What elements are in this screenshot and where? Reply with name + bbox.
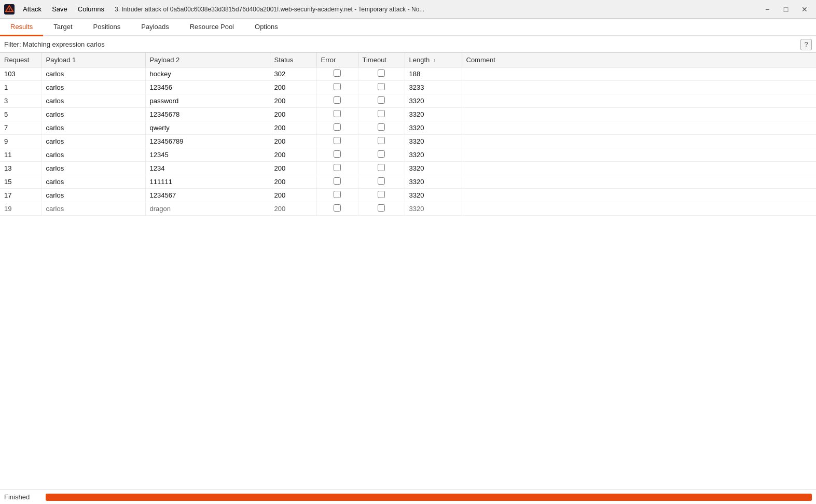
tab-results[interactable]: Results [0, 19, 43, 36]
table-row[interactable]: 15carlos1111112003320 [0, 175, 816, 189]
cell-request: 9 [0, 135, 42, 148]
cell-error[interactable] [316, 81, 358, 94]
cell-error[interactable] [316, 162, 358, 175]
filter-text: Filter: Matching expression carlos [4, 40, 800, 48]
cell-timeout[interactable] [358, 67, 405, 81]
cell-payload1: carlos [42, 81, 145, 94]
cell-payload2: 111111 [145, 175, 270, 189]
cell-timeout[interactable] [358, 135, 405, 148]
col-header-request[interactable]: Request [0, 53, 42, 67]
table-row[interactable]: 7carlosqwerty2003320 [0, 121, 816, 135]
cell-payload2: 123456 [145, 81, 270, 94]
table-row[interactable]: 3carlospassword2003320 [0, 94, 816, 108]
table-row[interactable]: 9carlos1234567892003320 [0, 135, 816, 148]
cell-status: 200 [270, 81, 316, 94]
menu-items: Attack Save Columns [19, 4, 108, 15]
cell-error[interactable] [316, 94, 358, 108]
cell-timeout[interactable] [358, 148, 405, 162]
tab-resource-pool[interactable]: Resource Pool [179, 19, 244, 36]
cell-payload1: carlos [42, 94, 145, 108]
close-button[interactable]: ✕ [797, 3, 812, 16]
cell-error[interactable] [316, 108, 358, 121]
table-row[interactable]: 17carlos12345672003320 [0, 189, 816, 202]
cell-payload1: carlos [42, 108, 145, 121]
restore-button[interactable]: □ [779, 3, 793, 16]
col-header-comment[interactable]: Comment [462, 53, 816, 67]
cell-comment [462, 175, 816, 189]
cell-comment [462, 81, 816, 94]
cell-payload2: 1234567 [145, 189, 270, 202]
cell-status: 200 [270, 189, 316, 202]
cell-length: 3320 [405, 108, 462, 121]
table-row[interactable]: 13carlos12342003320 [0, 162, 816, 175]
col-header-timeout[interactable]: Timeout [358, 53, 405, 67]
table-header: Request Payload 1 Payload 2 Status Error… [0, 53, 816, 67]
cell-length: 3320 [405, 162, 462, 175]
col-header-payload2[interactable]: Payload 2 [145, 53, 270, 67]
col-header-status[interactable]: Status [270, 53, 316, 67]
table-row[interactable]: 19carlosdragon2003320 [0, 202, 816, 216]
cell-timeout[interactable] [358, 81, 405, 94]
cell-timeout[interactable] [358, 175, 405, 189]
cell-payload2: password [145, 94, 270, 108]
cell-status: 200 [270, 148, 316, 162]
cell-timeout[interactable] [358, 108, 405, 121]
cell-error[interactable] [316, 67, 358, 81]
menu-attack[interactable]: Attack [19, 4, 46, 15]
cell-length: 3320 [405, 135, 462, 148]
cell-request: 13 [0, 162, 42, 175]
cell-length: 3320 [405, 121, 462, 135]
tab-options[interactable]: Options [244, 19, 288, 36]
cell-error[interactable] [316, 202, 358, 216]
cell-error[interactable] [316, 121, 358, 135]
cell-request: 19 [0, 202, 42, 216]
cell-timeout[interactable] [358, 121, 405, 135]
cell-error[interactable] [316, 175, 358, 189]
cell-comment [462, 67, 816, 81]
minimize-button[interactable]: − [760, 3, 774, 16]
cell-timeout[interactable] [358, 162, 405, 175]
menu-save[interactable]: Save [48, 4, 72, 15]
cell-request: 15 [0, 175, 42, 189]
cell-timeout[interactable] [358, 94, 405, 108]
tab-payloads[interactable]: Payloads [131, 19, 179, 36]
cell-error[interactable] [316, 135, 358, 148]
tab-target[interactable]: Target [43, 19, 82, 36]
table-row[interactable]: 103carloshockey302188 [0, 67, 816, 81]
cell-error[interactable] [316, 148, 358, 162]
table-row[interactable]: 11carlos123452003320 [0, 148, 816, 162]
app-icon [4, 4, 15, 15]
cell-length: 3233 [405, 81, 462, 94]
title-bar: Attack Save Columns 3. Intruder attack o… [0, 0, 816, 19]
cell-payload2: qwerty [145, 121, 270, 135]
cell-request: 5 [0, 108, 42, 121]
tab-positions[interactable]: Positions [83, 19, 131, 36]
cell-status: 302 [270, 67, 316, 81]
cell-comment [462, 189, 816, 202]
results-table[interactable]: Request Payload 1 Payload 2 Status Error… [0, 53, 816, 489]
cell-timeout[interactable] [358, 202, 405, 216]
cell-request: 103 [0, 67, 42, 81]
cell-error[interactable] [316, 189, 358, 202]
col-header-payload1[interactable]: Payload 1 [42, 53, 145, 67]
cell-status: 200 [270, 108, 316, 121]
cell-length: 188 [405, 67, 462, 81]
window-title: 3. Intruder attack of 0a5a00c6038e33d381… [115, 6, 756, 13]
help-button[interactable]: ? [800, 39, 812, 50]
cell-status: 200 [270, 162, 316, 175]
cell-timeout[interactable] [358, 189, 405, 202]
cell-status: 200 [270, 121, 316, 135]
menu-columns[interactable]: Columns [74, 4, 108, 15]
col-header-error[interactable]: Error [316, 53, 358, 67]
cell-comment [462, 108, 816, 121]
col-header-length[interactable]: Length ↑ [405, 53, 462, 67]
cell-payload2: 12345678 [145, 108, 270, 121]
cell-status: 200 [270, 202, 316, 216]
cell-length: 3320 [405, 189, 462, 202]
tab-bar: ResultsTargetPositionsPayloadsResource P… [0, 19, 816, 36]
table-row[interactable]: 5carlos123456782003320 [0, 108, 816, 121]
cell-payload1: carlos [42, 135, 145, 148]
table-row[interactable]: 1carlos1234562003233 [0, 81, 816, 94]
sort-arrow-length: ↑ [433, 58, 436, 63]
cell-request: 3 [0, 94, 42, 108]
